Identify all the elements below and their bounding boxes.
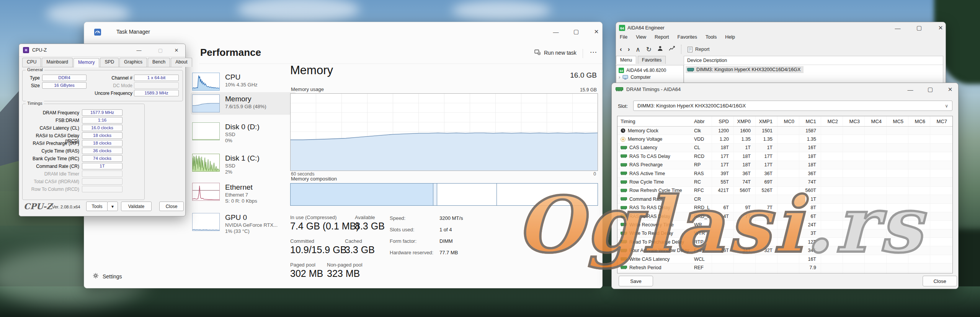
sidebar-item-gpu[interactable]: GPU 0NVIDIA GeForce RTX...1% (33 °C) <box>191 211 296 237</box>
timing-name: Write CAS Latency <box>629 257 670 262</box>
user-icon[interactable] <box>657 46 663 53</box>
chart-icon[interactable] <box>669 46 675 53</box>
sidebar-item-settings[interactable]: Settings <box>93 273 122 280</box>
column-header-mc2[interactable]: MC2 <box>821 116 843 126</box>
dram-close-button[interactable]: ✕ <box>942 85 958 94</box>
dram-row-ras[interactable]: RAS Active TimeRAS39T36T36T36T <box>617 169 952 178</box>
dram-row-cr[interactable]: Command RateCR1T <box>617 195 952 203</box>
dram-row-rrd_s[interactable]: RAS To RAS DelayRRD_S4T7T7T6T <box>617 212 952 221</box>
device-row-dimm3[interactable]: DIMM3: Kingston HyperX KHX3200C16D4/16GX <box>686 66 804 73</box>
cpuz-minimize-button[interactable]: — <box>134 46 144 54</box>
dram-row-rtp[interactable]: Read To Precharge DelayRTP12T <box>617 238 952 246</box>
aida-minimize-button[interactable]: — <box>890 24 905 32</box>
dram-minimize-button[interactable]: — <box>903 85 918 94</box>
up-icon[interactable]: ∧ <box>635 46 640 54</box>
more-options-button[interactable]: … <box>590 46 598 55</box>
menu-item-view[interactable]: View <box>636 34 646 40</box>
dram-row-rc[interactable]: Row Cycle TimeRC55T74T69T74T <box>617 178 952 186</box>
column-header-xmp1[interactable]: XMP1 <box>755 116 777 126</box>
tree-item-aida64[interactable]: 64 AIDA64 v6.80.6200 <box>616 67 683 74</box>
sidebar-item-disk0[interactable]: Disk 0 (D:)SSD0% <box>191 120 296 146</box>
back-icon[interactable]: ‹ <box>620 46 622 53</box>
memory-composition-bar[interactable] <box>290 183 598 206</box>
tab-favorites[interactable]: Favorites <box>638 56 666 64</box>
cpuz-tab-bench[interactable]: Bench <box>148 58 170 67</box>
dram-row-dpc[interactable]: DIMMs Per ChannelDPC22 <box>617 272 952 273</box>
dram-maximize-button[interactable]: ▢ <box>923 85 938 94</box>
chevron-right-icon[interactable]: › <box>619 75 620 80</box>
cpuz-tab-spd[interactable]: SPD <box>100 58 119 67</box>
validate-button[interactable]: Validate <box>121 202 152 211</box>
sidebar-item-label: GPU 0 <box>225 213 278 222</box>
timing-value-mc5 <box>886 255 908 263</box>
timing-abbr: RAS <box>693 171 712 176</box>
column-header-mc6[interactable]: MC6 <box>908 116 930 126</box>
column-header-mc7[interactable]: MC7 <box>930 116 952 126</box>
dram-row-rp[interactable]: RAS PrechargeRP17T18T17T18T <box>617 161 952 169</box>
menu-item-report[interactable]: Report <box>655 34 669 40</box>
menu-item-tools[interactable]: Tools <box>706 34 717 40</box>
dram-row-faw[interactable]: Four Activate Window DelayFAW26T34T32T34… <box>617 246 952 255</box>
dram-row-clk[interactable]: Memory ClockClk1200160015011587 <box>617 127 952 135</box>
sidebar-item-eth[interactable]: EthernetEthernet 7S: 0 R: 0 Kbps <box>191 180 296 206</box>
dram-row-vdd[interactable]: Memory VoltageVDD1.201.351.351.35 <box>617 135 952 143</box>
tm-maximize-button[interactable]: ▢ <box>567 24 585 39</box>
column-header-mc1[interactable]: MC1 <box>799 116 821 126</box>
column-header-xmp0[interactable]: XMP0 <box>733 116 755 126</box>
slot-dropdown[interactable]: DIMM3: Kingston HyperX KHX3200C16D4/16GX… <box>633 101 952 111</box>
dram-row-rrd_l[interactable]: RAS To RAS DelayRRD_L6T9T7T8T <box>617 204 952 212</box>
tree-item-computer[interactable]: › Computer <box>616 74 683 81</box>
column-header-device-description[interactable]: Device Description <box>684 56 943 65</box>
tm-close-button[interactable]: ✕ <box>588 24 605 39</box>
menu-item-favorites[interactable]: Favorites <box>678 34 697 40</box>
close-button[interactable]: Close <box>159 202 184 211</box>
cpuz-tab-about[interactable]: About <box>171 58 192 67</box>
column-header-mc3[interactable]: MC3 <box>843 116 864 126</box>
sidebar-item-disk1[interactable]: Disk 1 (C:)SSD2% <box>191 151 296 177</box>
run-new-task-button[interactable]: Run new task <box>534 49 577 56</box>
cpuz-titlebar[interactable]: CPU-Z — ▢ ✕ <box>19 44 185 57</box>
dram-titlebar[interactable]: DRAM Timings - AIDA64 — ▢ ✕ <box>612 83 958 96</box>
dram-row-ref[interactable]: Refresh PeriodREF7.9 <box>617 263 952 272</box>
cpuz-tab-mainboard[interactable]: Mainboard <box>42 58 73 67</box>
sidebar-item-memory[interactable]: Memory7.6/15.9 GB (48%) <box>191 92 296 115</box>
menu-item-help[interactable]: Help <box>725 34 735 40</box>
timing-value-mc3 <box>843 221 864 229</box>
menu-item-file[interactable]: File <box>620 34 627 40</box>
dram-row-rcd[interactable]: RAS To CAS DelayRCD17T18T17T18T <box>617 152 952 161</box>
sidebar-item-cpu[interactable]: CPU10% 4.35 GHz <box>191 70 296 93</box>
timing-value-mc7 <box>930 178 952 186</box>
dram-row-wcl[interactable]: Write CAS LatencyWCL16T <box>617 255 952 263</box>
column-header-spd[interactable]: SPD <box>712 116 733 126</box>
column-header-mc4[interactable]: MC4 <box>864 116 886 126</box>
close-button[interactable]: Close <box>923 276 957 286</box>
dram-row-wtr[interactable]: Write To Read DelayWTR3T <box>617 229 952 238</box>
tab-menu[interactable]: Menu <box>616 56 636 64</box>
timing-value-mc2 <box>821 195 843 203</box>
tm-minimize-button[interactable]: — <box>547 24 565 39</box>
cpuz-maximize-button[interactable]: ▢ <box>155 46 165 54</box>
aida-titlebar[interactable]: 64 AIDA64 Engineer — ▢ ✕ <box>616 22 946 34</box>
save-button[interactable]: Save <box>619 276 653 286</box>
timing-name-cell: Command Rate <box>617 197 693 202</box>
column-header-mc0[interactable]: MC0 <box>777 116 799 126</box>
cpuz-close-button[interactable]: ✕ <box>172 46 181 54</box>
aida-maximize-button[interactable]: ▢ <box>911 24 927 32</box>
report-button[interactable]: Report <box>688 47 710 52</box>
column-header-timing[interactable]: Timing <box>617 119 693 124</box>
refresh-icon[interactable]: ↻ <box>646 46 652 54</box>
column-header-mc5[interactable]: MC5 <box>886 116 908 126</box>
dram-row-wr[interactable]: Write Recovery TimeWR24T <box>617 221 952 229</box>
cpuz-tab-graphics[interactable]: Graphics <box>119 58 147 67</box>
dram-row-rfc[interactable]: Row Refresh Cycle TimeRFC421T560T526T560… <box>617 187 952 195</box>
tools-dropdown-button[interactable]: ▾ <box>107 202 118 211</box>
aida-close-button[interactable]: ✕ <box>933 24 948 32</box>
forward-icon[interactable]: › <box>628 46 630 53</box>
detail-label: Slots used: <box>390 227 414 232</box>
cpuz-tab-cpu[interactable]: CPU <box>22 58 41 67</box>
tools-button[interactable]: Tools <box>86 202 108 211</box>
tm-titlebar[interactable]: Task Manager — ▢ ✕ <box>84 22 602 42</box>
column-header-abbr[interactable]: Abbr <box>693 119 712 124</box>
dram-row-cl[interactable]: CAS LatencyCL18T1T1T16T <box>617 144 952 152</box>
cpuz-tab-memory[interactable]: Memory <box>74 58 99 67</box>
